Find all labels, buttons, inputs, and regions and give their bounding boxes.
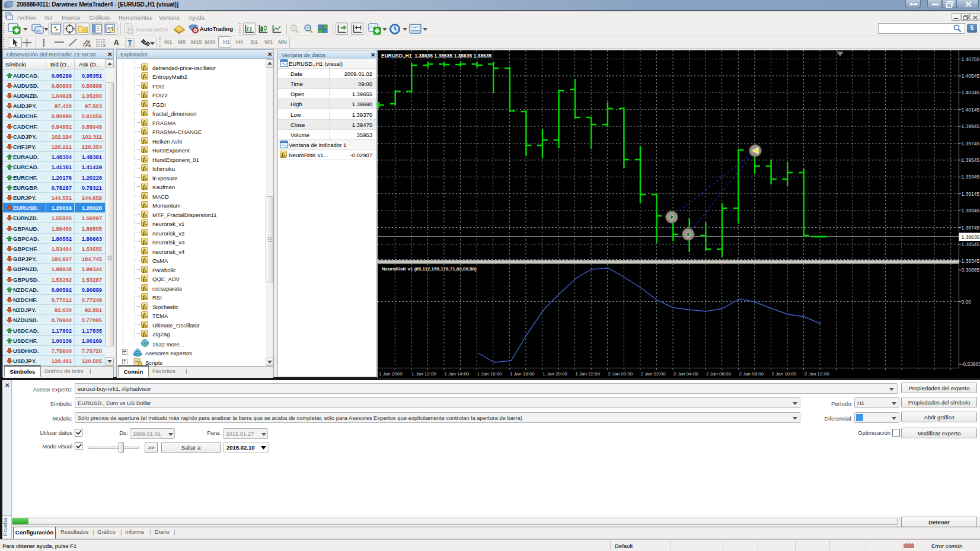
svg-text:1.39945: 1.39945 <box>962 123 980 129</box>
svg-text:1.38635: 1.38635 <box>962 234 980 240</box>
svg-text:1 Jan 16:00: 1 Jan 16:00 <box>477 371 502 377</box>
svg-text:2 Jan 02:00: 2 Jan 02:00 <box>641 371 666 377</box>
svg-text:-0.53965: -0.53965 <box>962 361 980 367</box>
svg-text:1.39545: 1.39545 <box>962 157 980 163</box>
svg-text:1 Jan 12:00: 1 Jan 12:00 <box>411 371 436 377</box>
svg-text:1 Jan 20:00: 1 Jan 20:00 <box>542 371 567 377</box>
svg-text:1 Jan 14:00: 1 Jan 14:00 <box>445 371 470 377</box>
svg-text:1 Jan 2009: 1 Jan 2009 <box>379 371 403 377</box>
svg-text:EURUSD.,H1 1.38635 1.38635 1.: EURUSD.,H1 1.38635 1.38635 1.38635 1.386… <box>381 53 491 59</box>
svg-text:0.00: 0.00 <box>962 299 972 305</box>
svg-text:2 Jan 04:00: 2 Jan 04:00 <box>673 371 698 377</box>
svg-text:1.38945: 1.38945 <box>962 208 980 214</box>
svg-text:E: E <box>88 43 91 47</box>
svg-text:0.30885: 0.30885 <box>962 267 980 273</box>
svg-text:2 Jan 06:00: 2 Jan 06:00 <box>706 371 731 377</box>
svg-text:1.40545: 1.40545 <box>962 73 980 79</box>
svg-text:2 Jan 10:00: 2 Jan 10:00 <box>772 371 797 377</box>
svg-text:2 Jan 12:00: 2 Jan 12:00 <box>805 371 829 377</box>
svg-text:NeuroRisK v1 (85,112,155,178,7: NeuroRisK v1 (85,112,155,178,71,83,69,50… <box>382 266 477 272</box>
svg-text:1.39745: 1.39745 <box>962 141 980 146</box>
svg-text:1.38745: 1.38745 <box>962 225 980 231</box>
svg-text:1.39145: 1.39145 <box>962 191 980 197</box>
svg-text:1.40750: 1.40750 <box>962 56 980 62</box>
svg-text:1 Jan 18:00: 1 Jan 18:00 <box>510 371 535 377</box>
svg-text:1.40145: 1.40145 <box>962 107 980 113</box>
svg-text:1.38345: 1.38345 <box>962 258 980 264</box>
svg-text:T: T <box>128 39 133 47</box>
svg-text:1.39345: 1.39345 <box>962 174 980 180</box>
svg-text:1.40345: 1.40345 <box>962 90 980 95</box>
svg-text:1 Jan 22:00: 1 Jan 22:00 <box>575 371 600 377</box>
svg-text:2 Jan 00:00: 2 Jan 00:00 <box>608 371 633 377</box>
svg-text:1.38545: 1.38545 <box>962 241 980 247</box>
svg-text:2 Jan 08:00: 2 Jan 08:00 <box>739 371 764 377</box>
